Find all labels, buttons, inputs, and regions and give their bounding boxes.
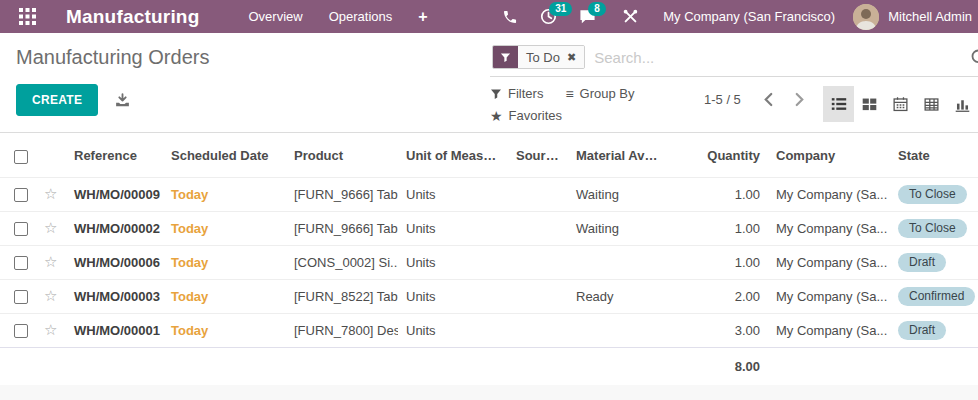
- status-badge: Draft: [898, 321, 946, 340]
- cell-uom: Units: [398, 313, 508, 347]
- header-material-availability[interactable]: Material Availa...: [568, 133, 668, 177]
- table-row[interactable]: ☆ WH/MO/00001 Today [FURN_7800] Des... U…: [0, 313, 978, 347]
- header-source[interactable]: Source: [508, 133, 568, 177]
- menu-plus[interactable]: +: [405, 0, 440, 33]
- search-input[interactable]: [594, 49, 978, 66]
- status-badge: To Close: [898, 219, 967, 238]
- activities-clock-icon[interactable]: 31: [529, 0, 568, 33]
- star-icon[interactable]: ☆: [44, 321, 57, 338]
- status-badge: Draft: [898, 253, 946, 272]
- pager: 1-5 / 5: [704, 86, 815, 107]
- favorites-button[interactable]: ★ Favorites: [490, 108, 562, 123]
- view-pivot-icon[interactable]: [916, 86, 947, 122]
- cell-quantity: 1.00: [668, 245, 768, 279]
- group-by-label: Group By: [580, 86, 635, 101]
- cell-uom: Units: [398, 279, 508, 313]
- menu-operations[interactable]: Operations: [316, 0, 406, 33]
- total-quantity: 8.00: [668, 347, 768, 385]
- header-quantity[interactable]: Quantity: [668, 133, 768, 177]
- apps-grid-glyph: [19, 8, 36, 25]
- cell-uom: Units: [398, 177, 508, 211]
- cell-source: [508, 279, 568, 313]
- view-calendar-icon[interactable]: [885, 86, 916, 122]
- cell-company: My Company (Sa...: [768, 245, 890, 279]
- pager-next-icon[interactable]: [784, 92, 815, 107]
- pager-prev-icon[interactable]: [753, 92, 784, 107]
- user-name[interactable]: Mitchell Admin: [879, 9, 978, 24]
- header-company[interactable]: Company: [768, 133, 890, 177]
- star-icon[interactable]: ☆: [44, 185, 57, 202]
- view-kanban-icon[interactable]: [854, 86, 885, 122]
- phone-icon[interactable]: [491, 0, 529, 33]
- filters-button[interactable]: Filters: [490, 86, 543, 101]
- cell-reference: WH/MO/00006: [66, 245, 163, 279]
- cell-material-availability: Waiting: [568, 211, 668, 245]
- header-product[interactable]: Product: [286, 133, 398, 177]
- cell-uom: Units: [398, 245, 508, 279]
- cell-scheduled-date: Today: [163, 279, 286, 313]
- group-by-button[interactable]: ≡ Group By: [565, 86, 634, 101]
- tools-icon[interactable]: [612, 0, 649, 33]
- header-reference[interactable]: Reference: [66, 133, 163, 177]
- table-row[interactable]: ☆ WH/MO/00002 Today [FURN_9666] Tab... U…: [0, 211, 978, 245]
- menu-overview[interactable]: Overview: [236, 0, 316, 33]
- cell-source: [508, 177, 568, 211]
- view-list-icon[interactable]: [823, 86, 854, 122]
- header-star-spacer: [36, 133, 66, 177]
- row-checkbox[interactable]: [14, 256, 28, 270]
- view-graph-icon[interactable]: [947, 86, 978, 122]
- table-footer-row: 8.00: [0, 347, 978, 385]
- header-uom[interactable]: Unit of Measure: [398, 133, 508, 177]
- cell-product: [FURN_9666] Tab...: [286, 177, 398, 211]
- top-navbar: Manufacturing Overview Operations + 31 8…: [0, 0, 978, 33]
- row-checkbox[interactable]: [14, 290, 28, 304]
- cell-reference: WH/MO/00001: [66, 313, 163, 347]
- facet-label: To Do: [526, 50, 560, 65]
- favorites-star-icon: ★: [490, 109, 503, 123]
- search-options-row: Filters ≡ Group By ★ Favorites 1-5 / 5: [490, 77, 978, 123]
- company-switcher[interactable]: My Company (San Francisco): [649, 9, 849, 24]
- avatar[interactable]: [853, 4, 879, 30]
- filters-label: Filters: [508, 86, 543, 101]
- cell-quantity: 1.00: [668, 177, 768, 211]
- table-row[interactable]: ☆ WH/MO/00003 Today [FURN_8522] Tab... U…: [0, 279, 978, 313]
- cell-company: My Company (Sa...: [768, 279, 890, 313]
- cell-source: [508, 245, 568, 279]
- cell-reference: WH/MO/00002: [66, 211, 163, 245]
- row-checkbox[interactable]: [14, 222, 28, 236]
- view-switcher: [823, 86, 978, 122]
- search-facet-todo[interactable]: To Do ✖: [492, 45, 585, 69]
- cell-scheduled-date: Today: [163, 177, 286, 211]
- export-icon[interactable]: [114, 92, 131, 109]
- cell-product: [CONS_0002] Si...: [286, 245, 398, 279]
- create-button[interactable]: CREATE: [16, 84, 98, 116]
- select-all-checkbox[interactable]: [14, 150, 28, 164]
- cell-material-availability: [568, 313, 668, 347]
- cell-scheduled-date: Today: [163, 313, 286, 347]
- messages-icon[interactable]: 8: [568, 0, 612, 33]
- cell-scheduled-date: Today: [163, 211, 286, 245]
- facet-remove-icon[interactable]: ✖: [567, 51, 576, 64]
- table-header-row: Reference Scheduled Date Product Unit of…: [0, 133, 978, 177]
- star-icon[interactable]: ☆: [44, 219, 57, 236]
- table-row[interactable]: ☆ WH/MO/00006 Today [CONS_0002] Si... Un…: [0, 245, 978, 279]
- favorites-label: Favorites: [509, 108, 562, 123]
- cell-quantity: 3.00: [668, 313, 768, 347]
- row-checkbox[interactable]: [14, 324, 28, 338]
- row-checkbox[interactable]: [14, 188, 28, 202]
- header-scheduled-date[interactable]: Scheduled Date: [163, 133, 286, 177]
- apps-grid-icon[interactable]: [10, 0, 44, 33]
- cell-company: My Company (Sa...: [768, 211, 890, 245]
- page-title: Manufacturing Orders: [16, 46, 490, 69]
- star-icon[interactable]: ☆: [44, 287, 57, 304]
- control-panel: Manufacturing Orders CREATE To Do: [0, 33, 978, 133]
- app-name[interactable]: Manufacturing: [66, 6, 200, 28]
- header-state[interactable]: State: [890, 133, 978, 177]
- cell-product: [FURN_7800] Des...: [286, 313, 398, 347]
- table-row[interactable]: ☆ WH/MO/00009 Today [FURN_9666] Tab... U…: [0, 177, 978, 211]
- cell-quantity: 2.00: [668, 279, 768, 313]
- cell-reference: WH/MO/00003: [66, 279, 163, 313]
- search-icon[interactable]: [970, 48, 978, 68]
- filters-funnel-icon: [490, 88, 502, 100]
- star-icon[interactable]: ☆: [44, 253, 57, 270]
